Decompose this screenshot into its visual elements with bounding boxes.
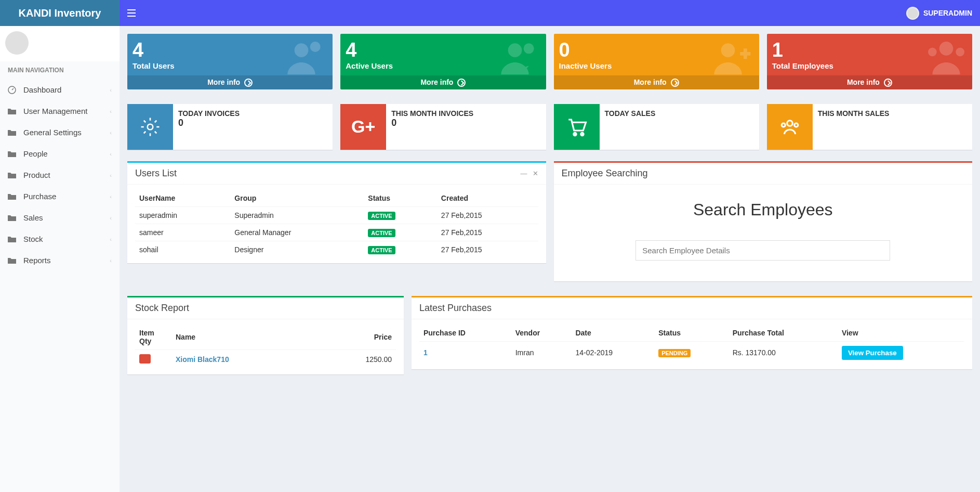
user-menu[interactable]: SUPERADMIN	[906, 7, 972, 20]
svg-point-5	[721, 43, 735, 57]
folder-icon	[8, 129, 18, 136]
app-logo[interactable]: KANDI Inventory	[0, 0, 120, 26]
svg-point-2	[310, 42, 321, 52]
chevron-left-icon: ‹	[110, 87, 112, 93]
user-name: SUPERADMIN	[923, 9, 972, 17]
sidebar-toggle-button[interactable]	[127, 9, 136, 17]
stock-report-box: Stock Report Item QtyNamePrice Xiomi Bla…	[127, 296, 404, 374]
dashboard-icon	[8, 86, 18, 94]
box-title: Employee Searching	[562, 168, 648, 179]
close-button[interactable]: ✕	[533, 170, 538, 177]
info-today-invoices: TODAY INVOICES0	[127, 104, 333, 150]
info-month-invoices: G+THIS MONTH INVOICES0	[340, 104, 546, 150]
stat-total-employees: 1Total EmployeesMore info	[767, 34, 972, 89]
svg-point-10	[573, 133, 576, 135]
sidebar: MAIN NAVIGATION Dashboard‹ User Manageme…	[0, 26, 120, 492]
sidebar-item-user-management[interactable]: User Management‹	[0, 100, 120, 122]
chevron-left-icon: ‹	[110, 108, 112, 114]
svg-point-6	[939, 42, 953, 56]
user-panel	[0, 26, 120, 61]
svg-point-7	[928, 48, 937, 57]
bars-icon	[127, 9, 136, 17]
group-icon	[767, 104, 813, 150]
table-row: Xiomi Black7101250.00	[135, 349, 396, 369]
chevron-left-icon: ‹	[110, 257, 112, 264]
stat-inactive-users: 0Inactive UsersMore info	[554, 34, 759, 89]
svg-point-4	[523, 43, 534, 54]
svg-point-13	[782, 123, 785, 127]
qty-badge	[139, 354, 151, 364]
folder-icon	[8, 193, 18, 200]
arrow-right-icon	[671, 79, 679, 87]
collapse-button[interactable]: —	[521, 170, 527, 177]
search-heading: Search Employees	[562, 200, 965, 219]
latest-purchases-box: Latest Purchases Purchase IDVendorDateSt…	[412, 296, 972, 369]
users-icon	[499, 36, 541, 78]
sidebar-item-sales[interactable]: Sales‹	[0, 207, 120, 228]
table-row: sohailDesignerACTIVE27 Feb,2015	[135, 241, 538, 258]
users-icon	[286, 36, 327, 78]
chevron-left-icon: ‹	[110, 130, 112, 136]
arrow-right-icon	[244, 79, 253, 87]
status-badge: PENDING	[658, 349, 691, 357]
sidebar-header: MAIN NAVIGATION	[0, 61, 120, 79]
table-row: superadminSuperadminACTIVE27 Feb,2015	[135, 207, 538, 224]
cart-icon	[554, 104, 600, 150]
sidebar-item-dashboard[interactable]: Dashboard‹	[0, 79, 120, 100]
status-badge: ACTIVE	[368, 229, 395, 237]
sidebar-item-stock[interactable]: Stock‹	[0, 228, 120, 250]
purchases-table: Purchase IDVendorDateStatusPurchase Tota…	[419, 325, 964, 364]
folder-icon	[8, 150, 18, 158]
folder-icon	[8, 214, 18, 222]
google-plus-icon: G+	[340, 104, 386, 150]
sidebar-item-product[interactable]: Product‹	[0, 164, 120, 186]
arrow-right-icon	[457, 79, 466, 87]
group-icon	[925, 36, 967, 78]
table-row: sameerGeneral ManagerACTIVE27 Feb,2015	[135, 224, 538, 241]
svg-point-8	[956, 48, 964, 57]
sidebar-item-people[interactable]: People‹	[0, 143, 120, 164]
sidebar-item-general-settings[interactable]: General Settings‹	[0, 122, 120, 143]
status-badge: ACTIVE	[368, 212, 395, 220]
avatar	[906, 7, 919, 20]
box-title: Users List	[135, 168, 177, 179]
folder-icon	[8, 172, 18, 179]
folder-icon	[8, 108, 18, 115]
svg-point-1	[295, 43, 309, 57]
avatar	[5, 31, 29, 55]
purchase-id-link[interactable]: 1	[423, 348, 428, 357]
svg-point-11	[580, 133, 583, 135]
gear-icon	[127, 104, 173, 150]
user-plus-icon	[712, 36, 754, 78]
info-month-sales: THIS MONTH SALES	[767, 104, 972, 150]
box-title: Latest Purchases	[419, 303, 492, 314]
box-title: Stock Report	[135, 303, 189, 314]
employee-search-input[interactable]	[635, 240, 890, 261]
chevron-left-icon: ‹	[110, 151, 112, 157]
svg-point-14	[794, 123, 798, 127]
svg-point-3	[508, 43, 522, 57]
table-row: 1Imran14-02-2019PENDINGRs. 13170.00View …	[419, 341, 964, 364]
stat-active-users: 4Active UsersMore info	[340, 34, 546, 89]
folder-icon	[8, 257, 18, 264]
chevron-left-icon: ‹	[110, 172, 112, 178]
sidebar-item-purchase[interactable]: Purchase‹	[0, 186, 120, 207]
view-purchase-button[interactable]: View Purchase	[842, 346, 903, 360]
users-list-box: Users List —✕ UserNameGroupStatusCreated…	[127, 161, 546, 263]
sidebar-item-reports[interactable]: Reports‹	[0, 250, 120, 271]
chevron-left-icon: ‹	[110, 215, 112, 221]
users-table: UserNameGroupStatusCreated superadminSup…	[135, 190, 538, 258]
chevron-left-icon: ‹	[110, 236, 112, 242]
stock-table: Item QtyNamePrice Xiomi Black7101250.00	[135, 325, 396, 369]
employee-search-box: Employee Searching Search Employees	[554, 161, 973, 281]
info-today-sales: TODAY SALES	[554, 104, 759, 150]
svg-point-12	[787, 121, 793, 126]
arrow-right-icon	[884, 79, 892, 87]
status-badge: ACTIVE	[368, 246, 395, 254]
stat-total-users: 4Total UsersMore info	[127, 34, 333, 89]
svg-point-9	[148, 124, 153, 130]
chevron-left-icon: ‹	[110, 193, 112, 200]
stock-item-link[interactable]: Xiomi Black710	[176, 355, 229, 364]
folder-icon	[8, 236, 18, 243]
